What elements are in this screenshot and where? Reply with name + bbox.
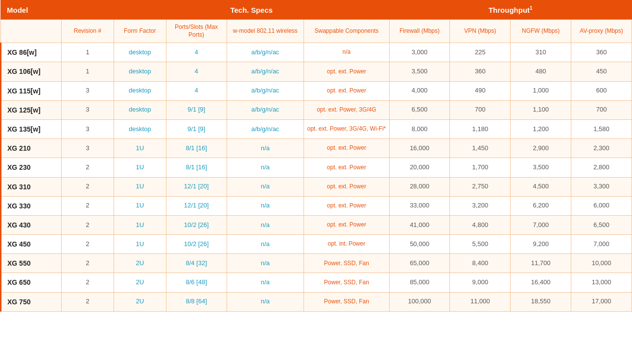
swappable-cell: opt. ext. Power bbox=[304, 177, 389, 196]
ngfw-cell: 480 bbox=[511, 62, 571, 81]
swappable-cell: Power, SSD, Fan bbox=[304, 273, 389, 292]
table-row: XG 55022U8/4 [32]n/aPower, SSD, Fan65,00… bbox=[1, 254, 632, 273]
wireless-cell: n/a bbox=[227, 196, 304, 215]
av-proxy-cell: 7,000 bbox=[571, 235, 632, 254]
ngfw-cell: 1,000 bbox=[511, 81, 571, 100]
table-row: XG 106[w]1desktop4a/b/g/n/acopt. ext. Po… bbox=[1, 62, 632, 81]
firewall-cell: 4,000 bbox=[389, 81, 450, 100]
revision-cell: 1 bbox=[61, 62, 114, 81]
form-factor-cell: desktop bbox=[114, 119, 166, 138]
vpn-cell: 8,400 bbox=[450, 254, 511, 273]
table-row: XG 45021U10/2 [26]n/aopt. int. Power50,0… bbox=[1, 235, 632, 254]
av-proxy-cell: 2,800 bbox=[571, 158, 632, 177]
swappable-cell: n/a bbox=[304, 43, 389, 62]
vpn-cell: 490 bbox=[450, 81, 511, 100]
col-header-revision: Revision # bbox=[61, 20, 114, 43]
col-header-ngfw: NGFW (Mbps) bbox=[511, 20, 571, 43]
swappable-cell: opt. ext. Power bbox=[304, 158, 389, 177]
form-factor-cell: desktop bbox=[114, 100, 166, 119]
av-proxy-cell: 6,000 bbox=[571, 196, 632, 215]
av-proxy-cell: 450 bbox=[571, 62, 632, 81]
revision-cell: 2 bbox=[61, 273, 114, 292]
throughput-header: Throughput1 bbox=[389, 0, 632, 20]
firewall-cell: 16,000 bbox=[389, 139, 450, 158]
tech-specs-label: Tech. Specs bbox=[230, 6, 272, 14]
vpn-cell: 9,000 bbox=[450, 273, 511, 292]
ngfw-cell: 6,200 bbox=[511, 196, 571, 215]
ports-cell: 8/4 [32] bbox=[166, 254, 227, 273]
model-cell: XG 330 bbox=[1, 196, 62, 215]
firewall-cell: 3,000 bbox=[389, 43, 450, 62]
revision-header-label: Revision # bbox=[74, 27, 101, 34]
av-proxy-cell: 13,000 bbox=[571, 273, 632, 292]
revision-cell: 3 bbox=[61, 139, 114, 158]
revision-cell: 2 bbox=[61, 158, 114, 177]
swappable-cell: opt. ext. Power, 3G/4G bbox=[304, 100, 389, 119]
table-row: XG 135[w]3desktop9/1 [9]a/b/g/n/acopt. e… bbox=[1, 119, 632, 138]
ngfw-cell: 9,200 bbox=[511, 235, 571, 254]
revision-cell: 3 bbox=[61, 119, 114, 138]
table-row: XG 125[w]3desktop9/1 [9]a/b/g/n/acopt. e… bbox=[1, 100, 632, 119]
swappable-cell: opt. ext. Power bbox=[304, 81, 389, 100]
vpn-cell: 360 bbox=[450, 62, 511, 81]
model-cell: XG 430 bbox=[1, 215, 62, 234]
av-proxy-cell: 6,500 bbox=[571, 215, 632, 234]
ngfw-cell: 310 bbox=[511, 43, 571, 62]
table-row: XG 21031U8/1 [16]n/aopt. ext. Power16,00… bbox=[1, 139, 632, 158]
model-cell: XG 650 bbox=[1, 273, 62, 292]
swappable-cell: opt. ext. Power bbox=[304, 215, 389, 234]
vpn-cell: 1,180 bbox=[450, 119, 511, 138]
specs-table: Model Tech. Specs Throughput1 Revision #… bbox=[0, 0, 632, 312]
revision-cell: 2 bbox=[61, 254, 114, 273]
ports-cell: 12/1 [20] bbox=[166, 196, 227, 215]
wireless-cell: a/b/g/n/ac bbox=[227, 62, 304, 81]
ngfw-cell: 11,700 bbox=[511, 254, 571, 273]
firewall-cell: 100,000 bbox=[389, 292, 450, 311]
firewall-cell: 33,000 bbox=[389, 196, 450, 215]
model-cell: XG 115[w] bbox=[1, 81, 62, 100]
table-row: XG 115[w]3desktop4a/b/g/n/acopt. ext. Po… bbox=[1, 81, 632, 100]
table-row: XG 43021U10/2 [26]n/aopt. ext. Power41,0… bbox=[1, 215, 632, 234]
firewall-cell: 28,000 bbox=[389, 177, 450, 196]
revision-cell: 1 bbox=[61, 43, 114, 62]
col-header-ports: Ports/Slots (Max Ports) bbox=[166, 20, 227, 43]
wireless-cell: n/a bbox=[227, 273, 304, 292]
col-header-wireless: w-model 802.11 wireless bbox=[227, 20, 304, 43]
ports-cell: 9/1 [9] bbox=[166, 119, 227, 138]
ports-cell: 8/1 [16] bbox=[166, 158, 227, 177]
av-proxy-cell: 360 bbox=[571, 43, 632, 62]
wireless-cell: n/a bbox=[227, 254, 304, 273]
col-header-firewall: Firewall (Mbps) bbox=[389, 20, 450, 43]
ngfw-cell: 3,500 bbox=[511, 158, 571, 177]
wireless-cell: a/b/g/n/ac bbox=[227, 100, 304, 119]
swappable-cell: opt. int. Power bbox=[304, 235, 389, 254]
ports-cell: 8/8 [64] bbox=[166, 292, 227, 311]
vpn-cell: 225 bbox=[450, 43, 511, 62]
revision-cell: 2 bbox=[61, 215, 114, 234]
wireless-cell: n/a bbox=[227, 292, 304, 311]
model-cell: XG 210 bbox=[1, 139, 62, 158]
ngfw-cell: 16,400 bbox=[511, 273, 571, 292]
table-row: XG 23021U8/1 [16]n/aopt. ext. Power20,00… bbox=[1, 158, 632, 177]
swappable-header-label: Swappable Components bbox=[314, 27, 378, 34]
model-cell: XG 135[w] bbox=[1, 119, 62, 138]
ports-cell: 4 bbox=[166, 62, 227, 81]
form-factor-cell: desktop bbox=[114, 62, 166, 81]
ngfw-cell: 1,200 bbox=[511, 119, 571, 138]
model-cell: XG 450 bbox=[1, 235, 62, 254]
model-cell: XG 86[w] bbox=[1, 43, 62, 62]
revision-cell: 2 bbox=[61, 196, 114, 215]
form-factor-cell: desktop bbox=[114, 43, 166, 62]
wireless-cell: n/a bbox=[227, 177, 304, 196]
ngfw-cell: 1,100 bbox=[511, 100, 571, 119]
av-proxy-cell: 1,580 bbox=[571, 119, 632, 138]
ports-cell: 9/1 [9] bbox=[166, 100, 227, 119]
revision-cell: 3 bbox=[61, 100, 114, 119]
swappable-cell: opt. ext. Power, 3G/4G, Wi-Fi* bbox=[304, 119, 389, 138]
wireless-cell: a/b/g/n/ac bbox=[227, 81, 304, 100]
main-table-wrapper: Model Tech. Specs Throughput1 Revision #… bbox=[0, 0, 632, 312]
col-header-vpn: VPN (Mbps) bbox=[450, 20, 511, 43]
model-header-label: Model bbox=[7, 6, 28, 14]
col-header-av-proxy: AV-proxy (Mbps) bbox=[571, 20, 632, 43]
ports-cell: 4 bbox=[166, 43, 227, 62]
